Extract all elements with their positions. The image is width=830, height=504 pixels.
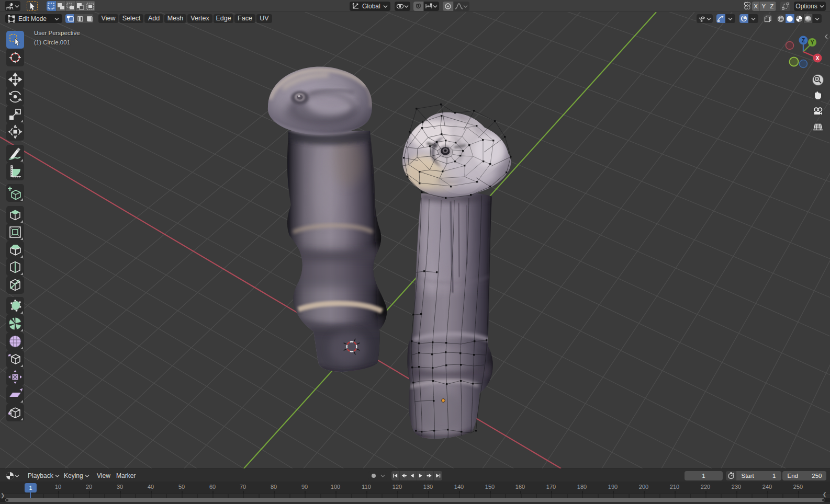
svg-text:Z: Z bbox=[802, 38, 805, 43]
svg-text:X: X bbox=[816, 55, 820, 61]
svg-text:Y: Y bbox=[811, 40, 814, 45]
